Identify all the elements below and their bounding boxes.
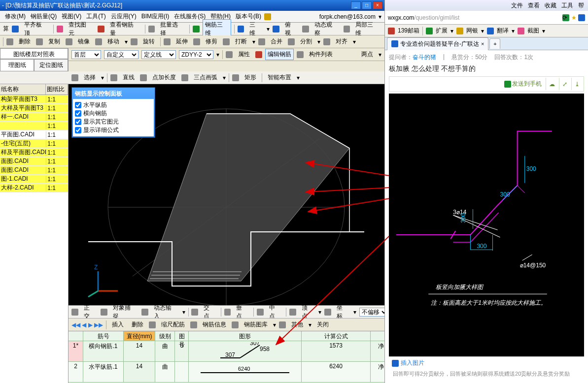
bmenu-fav[interactable]: 收藏 (545, 1, 556, 10)
pt-line-button[interactable]: 点加长度 (150, 72, 178, 83)
bmenu-file[interactable]: 文件 (511, 1, 523, 10)
rt-row[interactable]: 2水平纵筋.114曲62406240净 (69, 362, 384, 383)
cp-checkbox[interactable] (75, 127, 81, 133)
custom-select[interactable]: 自定义 (104, 50, 138, 59)
cp-checkbox[interactable] (75, 110, 81, 117)
dwg-row[interactable]: 样及平面图.CADI1:1 (0, 148, 68, 157)
min-button[interactable]: _ (351, 1, 361, 9)
dwg-row[interactable]: 1:1 (0, 122, 68, 130)
dwg-row[interactable]: 平面图.CADI1:1 (0, 130, 68, 139)
yx-select[interactable]: 定义线 (141, 50, 176, 59)
jt-icon (518, 28, 524, 34)
align-button[interactable]: 合并 (268, 36, 285, 47)
flatten-icon (12, 26, 19, 32)
attr-icon (226, 51, 233, 58)
close-button[interactable]: × (373, 1, 382, 9)
insert-button[interactable]: 插入 (109, 319, 126, 330)
asker-link[interactable]: 奋斗的猪 (413, 54, 436, 61)
attrs-button[interactable]: 属性 (236, 49, 252, 60)
split-button[interactable]: 分割 (298, 36, 314, 47)
attach-bar[interactable]: 插入图片 (389, 356, 584, 369)
two-pt-button[interactable]: 两点 (359, 49, 376, 60)
dwg-row[interactable]: -住宅(五层)1:1 (0, 139, 68, 148)
offset-icon (323, 38, 330, 45)
edit-rebar-button[interactable]: 编辑钢筋 (265, 49, 294, 60)
ext-button[interactable]: 扩展 (436, 27, 448, 35)
dim-300b: 300 (526, 165, 536, 172)
dwg-list[interactable]: 构架平面图T31:1大样及平面图T31:1样一.CADI1:11:1平面图.CA… (0, 95, 68, 383)
wy-button[interactable]: 网银 (466, 27, 478, 35)
gjxx-button[interactable]: 钢筋信息 (200, 319, 229, 330)
cp-checkbox[interactable] (75, 119, 81, 125)
jt-button[interactable]: 截图 (527, 27, 539, 35)
line-button[interactable]: 直线 (120, 72, 137, 83)
dwg-row[interactable]: 面图.CADI1:1 (0, 166, 68, 175)
del-button[interactable]: 删除 (16, 36, 33, 47)
mirror-icon (66, 38, 72, 45)
address-bar[interactable]: wxgx.com /question/giml/list ⟳ ★ (385, 11, 588, 25)
offset-button[interactable]: 对齐 (333, 36, 350, 47)
dwg-row[interactable]: 图-1.CADI1:1 (0, 175, 68, 184)
browser-toolbar: 139邮箱 扩展▾ 网银▾ 翻译▾ 截图▾ (385, 25, 588, 37)
smart-button[interactable]: 智能布置 (265, 72, 294, 83)
other-button[interactable]: 其他 (289, 319, 306, 330)
new-tab-button[interactable]: + (489, 38, 500, 49)
trim-button[interactable]: 修剪 (203, 36, 220, 47)
mail-button[interactable]: 139邮箱 (398, 27, 419, 35)
cp-item[interactable]: 水平纵筋 (75, 101, 152, 109)
bmenu-view[interactable]: 查看 (528, 1, 540, 10)
rt-row[interactable]: 1*横向钢筋.114曲03073079581573净 (69, 341, 384, 362)
copy-icon (36, 38, 43, 45)
cp-item[interactable]: 显示详细公式 (75, 126, 152, 134)
close2-button[interactable]: 关闭 (314, 319, 331, 330)
cloud-btn[interactable]: ☁ (546, 78, 558, 90)
dyn-icon (302, 26, 309, 32)
reload-icon[interactable]: ⟳ (562, 14, 569, 21)
diagram-image[interactable]: 300 300 300 3⌀14 ⌀14@150 板竖向加腋大样图 注：板面高差… (389, 94, 584, 356)
zdyy-select[interactable]: ZDYY-2 (179, 50, 213, 59)
bmenu-tool[interactable]: 工具 (561, 1, 573, 10)
cp-item[interactable]: 显示其它图元 (75, 118, 152, 126)
cube-icon[interactable] (578, 14, 585, 21)
floor-tab[interactable]: 图纸楼层对照表 (0, 48, 68, 59)
grid-icon[interactable] (71, 309, 78, 316)
fy-button[interactable]: 翻译 (497, 27, 509, 35)
move-button[interactable]: 移动 (105, 36, 122, 47)
snap-icon (101, 309, 107, 316)
gjtk-button[interactable]: 钢筋图库 (242, 319, 270, 330)
max-button[interactable]: □ (362, 1, 372, 9)
break-button[interactable]: 打断 (233, 36, 249, 47)
rect-button[interactable]: 矩形 (242, 72, 259, 83)
bmenu-help[interactable]: 帮 (578, 1, 584, 10)
star-icon[interactable]: ★ (571, 14, 577, 21)
offset-select[interactable]: 不偏移 (359, 308, 384, 317)
rebar-ctrl-panel[interactable]: 钢筋显示控制面板 水平纵筋 横向钢筋 显示其它图元 显示详细公式 (71, 87, 155, 138)
dwg-row[interactable]: 大样-2.CADI1:1 (0, 184, 68, 192)
cp-item[interactable]: 横向钢筋 (75, 109, 152, 118)
arc3-button[interactable]: 三点画弧 (191, 72, 220, 83)
mirror-button[interactable]: 镜像 (75, 36, 92, 47)
floor-select[interactable]: 首层 (71, 50, 101, 59)
rotate-button[interactable]: 旋转 (140, 36, 157, 47)
viewport-3d[interactable]: Z 钢筋显示控制面板 水平纵筋 横向钢筋 显示其它图元 显示详细公式 (69, 84, 384, 305)
download-btn[interactable]: ⤓ (571, 78, 583, 90)
dwg-row[interactable]: 样一.CADI1:1 (0, 113, 68, 122)
browser-tab[interactable]: 专业造价问题答疑平台-广联达 × (387, 37, 488, 50)
extend-button[interactable]: 延伸 (173, 36, 190, 47)
sjpj-button[interactable]: 缩尺配筋 (159, 319, 187, 330)
expand-btn[interactable]: ⤢ (559, 78, 570, 90)
dwg-row[interactable]: 大样及平面图T31:1 (0, 104, 68, 113)
copy-button[interactable]: 复制 (46, 36, 63, 47)
rebar-table[interactable]: 筋号 直径(mm) 级别 图号 图形 计算公式 1*横向钢筋.114曲03073… (69, 331, 384, 383)
del2-button[interactable]: 删除 (129, 319, 146, 330)
svg-line-10 (88, 291, 98, 297)
dwg-row[interactable]: 构架平面图T31:1 (0, 95, 68, 104)
side-tab-b[interactable]: 定位图纸 (34, 59, 68, 71)
side-tab-a[interactable]: 理图纸 (0, 59, 34, 71)
send-phone[interactable]: 发送到手机 (501, 78, 545, 90)
cj-list-button[interactable]: 构件列表 (307, 49, 335, 60)
dwg-row[interactable]: 面图.CADI1:1 (0, 157, 68, 166)
select-button[interactable]: 选择 (81, 72, 98, 83)
cp-checkbox[interactable] (75, 102, 81, 108)
dia-caption: 板竖向加腋大样图 (436, 284, 484, 290)
